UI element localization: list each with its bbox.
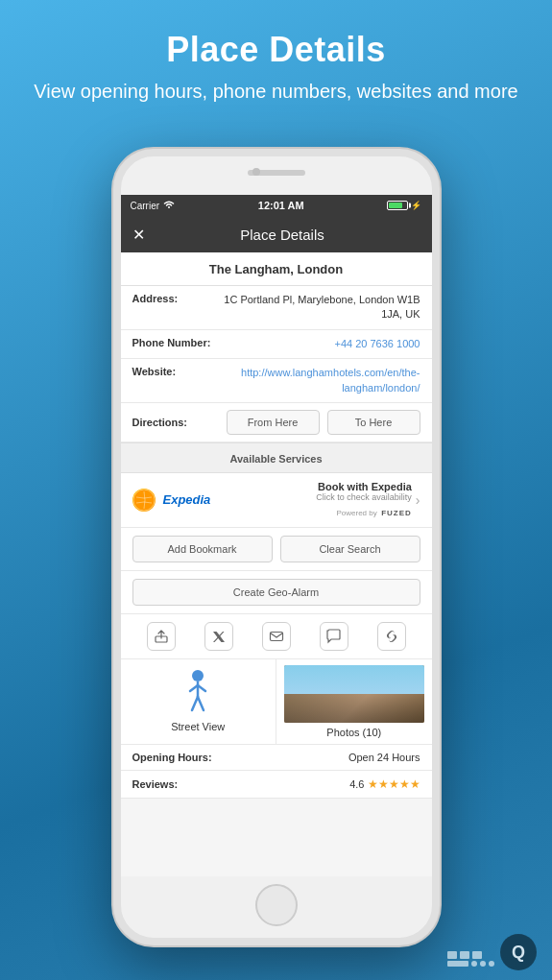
reviews-value: 4.6 ★★★★★	[219, 777, 420, 791]
message-icon[interactable]	[320, 622, 348, 651]
directions-row: Directions: From Here To Here	[121, 403, 432, 442]
battery-icon	[387, 201, 408, 210]
toolbar: ✕ Place Details	[121, 216, 432, 252]
social-row	[121, 614, 432, 659]
screen: Carrier 12:01 AM ⚡	[121, 195, 432, 876]
photo-sky	[284, 665, 424, 694]
expedia-chevron-icon: ›	[416, 492, 420, 508]
to-here-button[interactable]: To Here	[327, 410, 420, 435]
icon-row-2	[447, 961, 494, 967]
reviews-label: Reviews:	[132, 778, 219, 790]
street-view-figure	[183, 669, 212, 717]
fuzed-brand: FUZED	[381, 509, 412, 517]
geo-alarm-row: Create Geo-Alarm	[121, 571, 432, 614]
website-label: Website:	[132, 366, 219, 377]
status-left: Carrier	[131, 200, 176, 211]
place-name-row: The Langham, London	[121, 252, 432, 286]
mini-icon-4	[447, 961, 468, 967]
status-right: ⚡	[387, 201, 421, 210]
toolbar-title: Place Details	[145, 227, 420, 243]
reviews-rating: 4.6	[349, 778, 364, 790]
clear-search-button[interactable]: Clear Search	[280, 536, 420, 562]
action-row: Add Bookmark Clear Search	[121, 528, 432, 571]
carrier-text: Carrier	[131, 201, 160, 211]
photo-thumbnail	[284, 665, 424, 723]
close-button[interactable]: ✕	[132, 226, 145, 244]
reviews-row: Reviews: 4.6 ★★★★★	[121, 771, 432, 799]
expedia-book-sub: Click to check availability	[316, 492, 412, 502]
mini-icon-5	[471, 961, 477, 967]
battery-tip	[409, 203, 411, 208]
icon-row-1	[447, 951, 494, 959]
opening-hours-label: Opening Hours:	[132, 752, 219, 763]
expedia-logo: Expedia	[132, 489, 317, 512]
status-bar: Carrier 12:01 AM ⚡	[121, 195, 432, 216]
expedia-powered: Powered by FUZED	[316, 502, 412, 519]
share-icon[interactable]	[147, 622, 176, 651]
page-title: Place Details	[29, 29, 523, 70]
mini-icon-7	[489, 961, 494, 967]
opening-hours-row: Opening Hours: Open 24 Hours	[121, 745, 432, 771]
create-geo-alarm-button[interactable]: Create Geo-Alarm	[132, 579, 420, 606]
phone-value[interactable]: +44 20 7636 1000	[219, 337, 420, 351]
expedia-row[interactable]: Expedia Book with Expedia Click to check…	[121, 473, 432, 528]
services-section-header: Available Services	[121, 442, 432, 473]
link-icon[interactable]	[377, 622, 406, 651]
svg-point-4	[192, 670, 204, 681]
charging-icon: ⚡	[411, 201, 421, 210]
phone-label: Phone Number:	[132, 337, 219, 348]
email-icon[interactable]	[262, 622, 291, 651]
status-time: 12:01 AM	[258, 200, 304, 211]
opening-hours-value: Open 24 Hours	[219, 752, 420, 763]
bottom-icon-group	[447, 951, 494, 967]
page-subtitle: View opening hours, phone numbers, websi…	[29, 78, 523, 105]
street-view-label: Street View	[171, 721, 225, 732]
place-name: The Langham, London	[209, 262, 343, 276]
photo-building	[284, 694, 424, 723]
svg-rect-3	[270, 632, 282, 640]
photos-label: Photos (10)	[326, 727, 381, 738]
twitter-icon[interactable]	[204, 622, 233, 651]
photos-cell[interactable]: Photos (10)	[276, 659, 432, 744]
services-title: Available Services	[229, 453, 322, 465]
logo-q-letter: Q	[512, 943, 525, 963]
phone-camera	[252, 168, 260, 176]
street-view-cell[interactable]: Street View	[121, 659, 277, 744]
address-row: Address: 1C Portland Pl, Marylebone, Lon…	[121, 286, 432, 330]
mini-icon-3	[472, 951, 482, 959]
address-label: Address:	[132, 293, 219, 304]
mini-icon-2	[460, 951, 469, 959]
mini-icon-1	[447, 951, 457, 959]
logo-circle: Q	[500, 934, 537, 970]
address-value: 1C Portland Pl, Marylebone, London W1B 1…	[219, 293, 420, 323]
mini-icon-6	[480, 961, 486, 967]
expedia-name: Expedia	[163, 492, 211, 507]
wifi-icon	[163, 200, 175, 211]
from-here-button[interactable]: From Here	[227, 410, 320, 435]
expedia-book-info: Book with Expedia Click to check availab…	[316, 481, 412, 519]
phone-row: Phone Number: +44 20 7636 1000	[121, 330, 432, 359]
phone-home-button[interactable]	[255, 884, 298, 926]
expedia-globe-icon	[132, 489, 156, 512]
media-row: Street View Photos (10)	[121, 659, 432, 745]
reviews-stars: ★★★★★	[368, 777, 420, 791]
battery-fill	[389, 203, 402, 208]
svg-line-8	[192, 697, 198, 710]
header-area: Place Details View opening hours, phone …	[0, 29, 552, 105]
brand-logo: Q	[500, 934, 537, 970]
website-row: Website: http://www.langhamhotels.com/en…	[121, 359, 432, 403]
expedia-book-title: Book with Expedia	[316, 481, 412, 492]
website-value[interactable]: http://www.langhamhotels.com/en/the-lang…	[219, 366, 420, 395]
directions-label: Directions:	[132, 417, 219, 428]
svg-line-9	[198, 697, 204, 710]
powered-by-label: Powered by	[336, 509, 376, 517]
add-bookmark-button[interactable]: Add Bookmark	[132, 536, 273, 562]
phone-frame: Carrier 12:01 AM ⚡	[113, 149, 440, 945]
